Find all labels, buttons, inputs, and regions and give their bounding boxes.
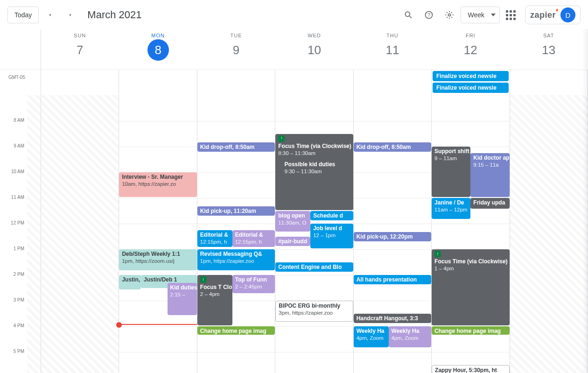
help-button[interactable]: ? — [420, 6, 438, 24]
allday-row: GMT-05 Finalize voiced newsleFinalize vo… — [0, 70, 588, 95]
day-abbr: THU — [354, 33, 431, 38]
grid-extra — [27, 95, 41, 373]
view-select[interactable]: Week — [461, 7, 500, 23]
event[interactable]: Revised Messaging Q&1pm, https://zapier.… — [197, 249, 275, 270]
event[interactable]: All hands presentation — [354, 275, 431, 284]
day-header-wed[interactable]: WED10 — [275, 30, 353, 70]
allday-cell-wed[interactable] — [275, 70, 353, 95]
day-column-fri[interactable]: Support shift9 – 11amKid doctor appt9:15… — [432, 95, 510, 373]
event[interactable]: Kid pick-up, 11:20am — [197, 206, 275, 216]
grid: 8 AM9 AM10 AM11 AM12 PM1 PM2 PM3 PM4 PM5… — [0, 95, 588, 373]
day-column-tue[interactable]: Kid drop-off, 8:50amKid pick-up, 11:20am… — [197, 95, 275, 373]
time-label: 8 AM — [14, 118, 24, 123]
time-label: 11 AM — [11, 195, 24, 200]
event[interactable]: Kid doctor appt9:15 – 11a — [470, 153, 509, 197]
scroll-shadow — [582, 29, 588, 373]
allday-cell-sun[interactable] — [41, 70, 119, 95]
allday-event[interactable]: Finalize voiced newsle — [433, 83, 508, 93]
event[interactable]: Editorial &12:15pm, h — [232, 230, 275, 247]
timezone-label: GMT-05 — [0, 70, 27, 95]
search-icon — [404, 10, 413, 20]
day-abbr: SAT — [510, 33, 588, 38]
search-button[interactable] — [399, 6, 418, 24]
day-column-sun[interactable] — [41, 95, 119, 373]
allday-cell-fri[interactable]: Finalize voiced newsleFinalize voiced ne… — [432, 70, 510, 95]
allday-cell-mon[interactable] — [119, 70, 197, 95]
time-label: 10 AM — [11, 169, 24, 174]
day-header-fri[interactable]: FRI12 — [432, 30, 510, 70]
day-num: 12 — [460, 39, 481, 61]
day-abbr: WED — [275, 33, 353, 38]
event[interactable]: Job level d12 – 1pm — [310, 224, 353, 248]
day-header-sun[interactable]: SUN7 — [41, 30, 119, 70]
allday-cell-tue[interactable] — [197, 70, 275, 95]
day-num: 9 — [225, 39, 247, 61]
topbar: Today March 2021 ? Week zapier* D — [0, 0, 588, 30]
event[interactable]: Content Engine and Blo — [275, 262, 353, 272]
event[interactable]: Friday upda — [470, 198, 509, 209]
event[interactable]: Change home page imag — [197, 326, 275, 335]
day-num: 13 — [538, 39, 560, 61]
event[interactable]: Focus T Clockwise)2 – 4pm — [197, 275, 232, 325]
event[interactable]: Kid pick-up, 12:20pm — [354, 232, 431, 241]
day-column-mon[interactable]: Interview - Sr. Manager10am, https://zap… — [119, 95, 197, 373]
event[interactable]: Kid drop-off, 8:50am — [354, 142, 431, 152]
event[interactable]: Weekly Ha4pm, Zoom — [354, 326, 389, 347]
now-dot — [116, 322, 122, 328]
day-num: 7 — [69, 39, 91, 61]
event[interactable]: Zappy Hour, 5:30pm, ht — [432, 365, 509, 373]
event[interactable]: Justin, — [119, 275, 141, 289]
zapier-chip[interactable]: zapier* D — [525, 6, 581, 24]
day-header-thu[interactable]: THU11 — [354, 30, 432, 70]
event[interactable]: Editorial &12:15pm, h — [197, 230, 232, 247]
event[interactable]: Schedule d — [310, 211, 353, 220]
svg-line-1 — [410, 16, 412, 18]
event[interactable]: #pair-budd — [275, 237, 310, 246]
day-abbr: MON — [119, 33, 196, 38]
apps-button[interactable] — [502, 6, 520, 24]
event[interactable]: Top of Funn2 – 2:45pm — [232, 275, 275, 293]
grid-body: Interview - Sr. Manager10am, https://zap… — [41, 95, 588, 373]
day-column-thu[interactable]: Kid drop-off, 8:50amKid pick-up, 12:20pm… — [354, 95, 432, 373]
apps-icon — [506, 10, 516, 20]
event[interactable]: Janine / De11am – 12pm — [432, 198, 470, 219]
svg-text:?: ? — [427, 12, 430, 18]
allday-cell-sat[interactable] — [510, 70, 588, 95]
day-num: 10 — [303, 39, 325, 61]
event[interactable]: Deb/Steph Weekly 1:11pm, https://zoom.us… — [119, 249, 196, 270]
event[interactable]: Kid duties2:15 – — [168, 283, 197, 316]
day-column-sat[interactable] — [510, 95, 588, 373]
prev-button[interactable] — [41, 6, 59, 24]
avatar[interactable]: D — [560, 7, 575, 22]
extra-col — [27, 30, 41, 70]
svg-point-4 — [448, 14, 451, 16]
event[interactable]: Change home page imag — [432, 326, 509, 335]
event[interactable]: BIPOC ERG bi-monthly3pm, https://zapier.… — [275, 301, 353, 322]
event[interactable]: Support shift9 – 11am — [432, 147, 470, 197]
event[interactable]: Weekly Ha4pm, Zoom — [389, 326, 432, 347]
event[interactable]: Kid drop-off, 8:50am — [197, 142, 275, 152]
event[interactable]: Focus Time (via Clockwise)1 – 4pm — [432, 249, 509, 325]
event[interactable]: Handcraft Hangout, 3:3 — [354, 314, 431, 323]
allday-extra — [27, 70, 41, 95]
chevron-right-icon — [68, 12, 73, 18]
day-header-tue[interactable]: TUE9 — [197, 30, 275, 70]
event[interactable]: blog open11:30am, O — [275, 211, 310, 232]
day-header-mon[interactable]: MON8 — [119, 30, 197, 70]
dropdown-icon — [491, 14, 496, 16]
next-button[interactable] — [61, 6, 80, 24]
clockwise-icon — [434, 251, 441, 257]
day-num: 8 — [147, 39, 169, 61]
event[interactable]: Interview - Sr. Manager10am, https://zap… — [119, 172, 196, 197]
time-label: 1 PM — [14, 246, 24, 251]
day-column-wed[interactable]: Focus Time (via Clockwise)8:30 – 11:30am… — [275, 95, 353, 373]
today-button[interactable]: Today — [7, 7, 39, 23]
day-header-sat[interactable]: SAT13 — [510, 30, 588, 70]
settings-button[interactable] — [440, 6, 459, 24]
event[interactable]: Possible kid duties9:30 – 11:30am — [282, 160, 353, 210]
help-icon: ? — [424, 10, 434, 20]
time-label: 3 PM — [14, 297, 24, 303]
time-label: 9 AM — [14, 143, 24, 148]
allday-event[interactable]: Finalize voiced newsle — [433, 71, 508, 81]
allday-cell-thu[interactable] — [354, 70, 432, 95]
